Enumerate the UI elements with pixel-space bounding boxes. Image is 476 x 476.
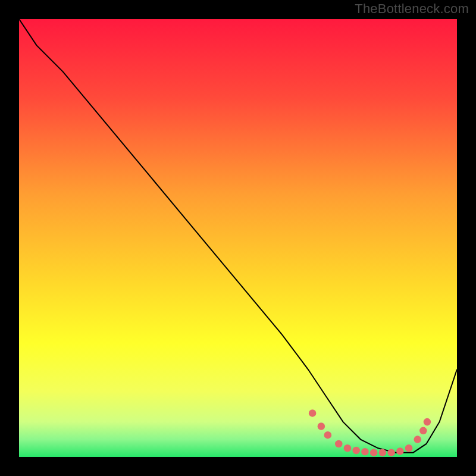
trough-marker [414, 436, 422, 443]
curve-layer [19, 19, 457, 457]
trough-marker [361, 448, 369, 456]
trough-marker [335, 440, 343, 448]
trough-markers [309, 409, 431, 456]
trough-marker [405, 444, 413, 452]
trough-marker [396, 447, 404, 455]
trough-marker [352, 447, 360, 455]
trough-marker [387, 449, 395, 456]
trough-marker [318, 422, 325, 430]
plot-area [19, 19, 457, 457]
trough-marker [370, 449, 378, 456]
attribution-label: TheBottleneck.com [355, 1, 469, 17]
chart-frame: TheBottleneck.com [0, 0, 476, 476]
trough-marker [419, 427, 427, 435]
trough-marker [324, 431, 332, 439]
bottleneck-curve [19, 19, 457, 453]
trough-marker [344, 444, 352, 452]
trough-marker [309, 409, 317, 417]
trough-marker [424, 418, 431, 426]
trough-marker [379, 449, 387, 456]
